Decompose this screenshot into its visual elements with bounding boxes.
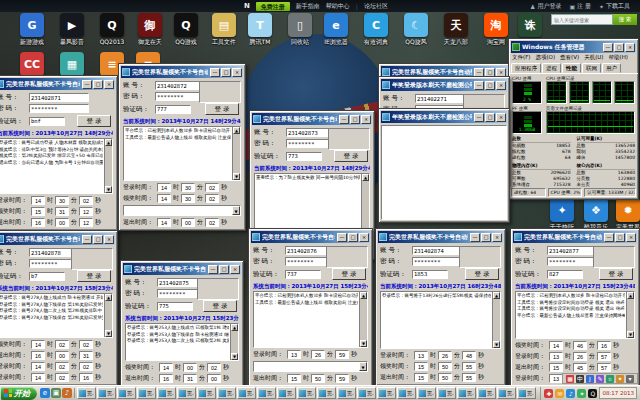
tab-applications[interactable]: 应用程序 — [511, 63, 541, 73]
second-input[interactable] — [335, 350, 349, 359]
hour-input[interactable] — [549, 341, 563, 350]
empty-listbox[interactable]: ▼ — [253, 361, 368, 372]
second-input[interactable] — [79, 218, 93, 227]
minute-input[interactable] — [55, 196, 69, 205]
menu-shutdown[interactable]: 关机(U) — [584, 54, 603, 61]
taskbar-window-button[interactable]: 完.. — [157, 387, 176, 399]
hour-input[interactable] — [31, 351, 45, 360]
minimize-button[interactable]: — — [82, 80, 92, 89]
minute-input[interactable] — [55, 218, 69, 227]
tray-icon[interactable]: ♪ — [566, 389, 575, 398]
taskbar-window-button[interactable]: 完.. — [197, 387, 216, 399]
taskbar-window-button[interactable]: 完.. — [237, 387, 256, 399]
captcha-input[interactable] — [412, 270, 448, 279]
minimize-button[interactable]: — — [474, 113, 484, 122]
minute-input[interactable] — [181, 194, 195, 203]
minimize-button[interactable]: — — [604, 233, 614, 242]
desktop-icon[interactable]: QQQ游戏 — [168, 13, 204, 45]
taskbar-window-button[interactable]: 完.. — [97, 387, 116, 399]
hour-input[interactable] — [157, 183, 171, 192]
close-button[interactable]: × — [359, 233, 369, 242]
second-input[interactable] — [79, 207, 93, 216]
taskbar-window-button[interactable]: 完.. — [457, 387, 476, 399]
log-listbox[interactable]: 登录提示：账号已成功登录 人物木林森 领取奖励成功 金币+10000领奖提示：排… — [0, 138, 113, 194]
close-button[interactable]: × — [496, 113, 506, 122]
taskbar-window-button[interactable]: 完.. — [297, 387, 316, 399]
langbar-icon[interactable]: ▦ — [566, 375, 574, 383]
langbar-icon[interactable]: ⌗ — [606, 375, 614, 383]
langbar-icon[interactable]: ▾ — [626, 375, 634, 383]
scroll-up-icon[interactable]: ▲ — [105, 294, 112, 301]
minute-input[interactable] — [55, 362, 69, 371]
minute-input[interactable] — [181, 183, 195, 192]
password-input[interactable] — [29, 104, 89, 113]
hour-input[interactable] — [31, 373, 45, 382]
maximize-button[interactable]: □ — [93, 235, 103, 244]
scroll-down-icon[interactable]: ▼ — [105, 186, 112, 193]
login-button[interactable]: 登 录 — [332, 268, 366, 280]
login-button[interactable]: 登 录 — [334, 150, 368, 162]
window-titlebar[interactable]: Windows 任务管理器 — □ × — [511, 41, 636, 53]
minute-input[interactable] — [55, 351, 69, 360]
window-titlebar[interactable]: 完美世界私服领奖不卡号自动登录(v1.0)—□× — [251, 231, 370, 243]
hour-input[interactable] — [414, 373, 428, 382]
hour-input[interactable] — [549, 352, 563, 361]
login-button[interactable]: 登 录 — [203, 300, 237, 312]
second-input[interactable] — [79, 362, 93, 371]
menu-view[interactable]: 查看(V) — [560, 54, 579, 61]
quick-launch-icon[interactable]: e — [40, 388, 50, 398]
minute-input[interactable] — [55, 373, 69, 382]
log-listbox[interactable]: 平台提示：已检测到本机人数过多 防卡设检已自动开启工具提示：账号将按设定时间自动… — [515, 291, 635, 339]
minute-input[interactable] — [573, 363, 587, 372]
close-button[interactable]: × — [230, 265, 240, 274]
taskbar-window-button[interactable]: 完.. — [357, 387, 376, 399]
taskbar-window-button[interactable]: 完.. — [137, 387, 156, 399]
maximize-button[interactable]: □ — [219, 265, 229, 274]
captcha-input[interactable] — [286, 152, 322, 161]
hour-input[interactable] — [159, 363, 173, 372]
hour-input[interactable] — [31, 362, 45, 371]
close-button[interactable]: × — [496, 81, 506, 90]
scroll-up-icon[interactable]: ▲ — [105, 139, 112, 146]
tray-icon[interactable]: ✉ — [555, 389, 564, 398]
login-button[interactable]: 登 录 — [465, 268, 499, 280]
log-listbox[interactable]: 登录提示：账号278人物上线成功 防卡检测通过 开始领奖登录提示：账号278人物… — [0, 293, 113, 338]
taskbar-window-button[interactable]: 完.. — [477, 387, 496, 399]
menu-help[interactable]: 帮助中心 — [326, 2, 350, 11]
tray-icon[interactable]: ✦ — [577, 389, 586, 398]
minute-input[interactable] — [573, 341, 587, 350]
close-button[interactable]: × — [232, 68, 242, 77]
login-button[interactable]: 登 录 — [599, 268, 633, 280]
close-button[interactable]: × — [625, 43, 635, 52]
maximize-button[interactable]: □ — [481, 233, 491, 242]
scroll-down-icon[interactable]: ▼ — [360, 340, 367, 347]
maximize-button[interactable]: □ — [221, 68, 231, 77]
account-input[interactable] — [29, 93, 89, 102]
second-input[interactable] — [205, 194, 219, 203]
minute-input[interactable] — [181, 218, 195, 227]
hour-input[interactable] — [31, 207, 45, 216]
hour-input[interactable] — [157, 194, 171, 203]
minute-input[interactable] — [311, 350, 325, 359]
maximize-button[interactable]: □ — [615, 233, 625, 242]
maximize-button[interactable]: □ — [485, 113, 495, 122]
log-listbox[interactable]: 平台提示：已检测到本机人数过多 防卡设检已自动开启工具提示：最新公告请人物上线后… — [253, 291, 368, 348]
hour-input[interactable] — [414, 362, 428, 371]
captcha-input[interactable] — [29, 272, 65, 281]
scroll-down-icon[interactable]: ▼ — [233, 173, 240, 180]
minimize-button[interactable]: — — [337, 233, 347, 242]
download-tools-link[interactable]: ✦下载工具 — [599, 2, 630, 11]
hour-input[interactable] — [287, 374, 301, 383]
langbar-icon[interactable]: ✎ — [596, 375, 604, 383]
register-link[interactable]: ▣注 册 — [569, 2, 591, 11]
hour-input[interactable] — [414, 351, 428, 360]
register-button[interactable]: 免费注册 — [256, 2, 290, 11]
taskbar-window-button[interactable]: 完.. — [517, 387, 536, 399]
minute-input[interactable] — [55, 207, 69, 216]
minute-input[interactable] — [183, 374, 197, 383]
hour-input[interactable] — [31, 196, 45, 205]
taskbar-window-button[interactable]: 完.. — [277, 387, 296, 399]
close-button[interactable]: × — [104, 235, 114, 244]
scroll-up-icon[interactable]: ▲ — [360, 292, 367, 299]
close-button[interactable]: × — [361, 115, 371, 124]
